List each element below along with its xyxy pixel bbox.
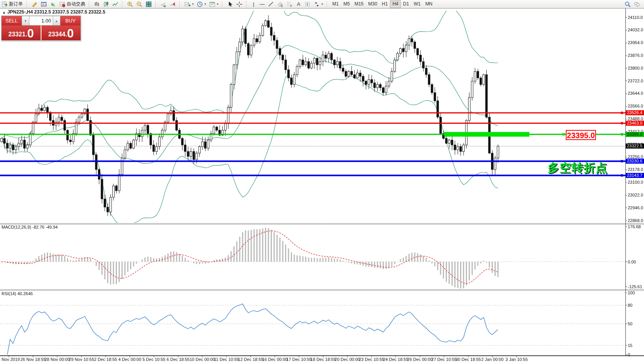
new-order-button[interactable]: 新订单	[0, 0, 24, 8]
toolbar-separator	[122, 1, 124, 7]
autotrading-label: 自动交易	[67, 1, 85, 7]
volume-input[interactable]	[29, 16, 53, 26]
chart-shift-button[interactable]	[168, 0, 177, 8]
bar-chart-icon	[94, 1, 100, 7]
sell-price-main: 23321	[8, 29, 26, 39]
zoom-out-button[interactable]	[135, 0, 144, 8]
text-tool[interactable]: A	[294, 0, 303, 8]
zoom-in-button[interactable]	[125, 0, 135, 8]
zoom-in-icon	[127, 1, 133, 7]
cursor-button[interactable]	[225, 0, 235, 8]
timeframe-M5[interactable]: M5	[341, 0, 352, 7]
macd-label: MACD(12,26,9) -82.76 -49.94	[2, 225, 58, 229]
timeframe-M15[interactable]: M15	[352, 0, 366, 7]
vertical-line-icon: |	[251, 1, 256, 7]
timeframe-H1[interactable]: H1	[380, 0, 390, 7]
autotrading-icon	[59, 1, 65, 7]
rsi-scale-label: 80	[628, 303, 644, 308]
periods-button[interactable]: ▾	[195, 0, 208, 8]
crosshair-button[interactable]	[235, 0, 244, 8]
svg-text:F: F	[290, 5, 292, 7]
y-axis-label: 23566.0	[628, 104, 644, 108]
label-tool[interactable]: T	[303, 0, 312, 8]
auto-scroll-icon	[160, 1, 167, 7]
y-axis-label: 23876.0	[628, 53, 644, 58]
macd-scale-label: -125.61	[628, 284, 644, 289]
channel-icon: E	[277, 1, 283, 7]
indicators-button[interactable]: ▾	[183, 0, 195, 8]
vertical-line-tool[interactable]: |	[249, 0, 258, 8]
trading-terminal: 新订单 自动交易 ▾ ▾ ▾ | — E F A T	[0, 0, 644, 364]
text-icon: A	[296, 1, 301, 7]
templates-button[interactable]: ▾	[208, 0, 220, 8]
spinner-up-icon: ▴	[56, 19, 58, 23]
chat-icon	[634, 1, 640, 7]
pencil-button[interactable]	[30, 0, 39, 8]
x-axis-label: 2 Jan 00:00	[481, 357, 504, 362]
candlestick-chart-button[interactable]	[101, 0, 111, 8]
timeframe-M1[interactable]: M1	[330, 0, 341, 7]
channel-tool[interactable]: E	[276, 0, 285, 8]
x-axis-label: 11 Dec 10:55	[214, 357, 239, 362]
rsi-scale-label: 50	[628, 321, 644, 326]
sell-price-display[interactable]: 23321.0	[2, 26, 41, 40]
tile-windows-icon	[146, 1, 152, 7]
x-axis-label: 23 Dec 10:55	[359, 357, 384, 362]
turning-point-annotation[interactable]: 多空转折点	[548, 160, 608, 176]
line-chart-button[interactable]	[111, 0, 120, 8]
chat-button[interactable]	[632, 0, 642, 8]
price-tag: 23230.6	[626, 159, 644, 164]
x-axis-label: 29 Nov 10:55	[69, 357, 94, 362]
autotrading-button[interactable]: 自动交易	[58, 0, 87, 8]
price-tag: 23143.7	[626, 173, 644, 178]
sell-button[interactable]: SELL	[2, 16, 22, 26]
horizontal-line-tool[interactable]: —	[258, 0, 266, 8]
price-callout-box[interactable]: 23395.0	[566, 130, 596, 140]
toolbar-separator	[89, 1, 91, 7]
auto-scroll-button[interactable]	[159, 0, 168, 8]
search-icon	[625, 1, 631, 7]
price-tag: 23463.0	[626, 121, 644, 126]
cursor-icon	[227, 1, 233, 7]
timeframe-D1[interactable]: D1	[401, 0, 411, 7]
new-order-label: 新订单	[9, 1, 23, 7]
buy-price-display[interactable]: 23344.0	[41, 26, 81, 40]
volume-increase-button[interactable]: ▴	[53, 16, 60, 26]
x-axis-label: 18 Dec 18:55	[311, 357, 336, 362]
x-axis-label: 6 Dec 18:55	[167, 357, 189, 362]
timeframe-W1[interactable]: W1	[411, 0, 423, 7]
toolbar-separator	[155, 1, 158, 7]
fibonacci-tool[interactable]: F	[285, 0, 294, 8]
trendline-tool[interactable]	[266, 0, 276, 8]
timeframe-H4[interactable]: H4	[390, 0, 400, 8]
x-axis-label: 30 Dec 18:55	[455, 357, 481, 362]
x-axis-label: 28 Nov 00:00	[45, 357, 70, 362]
tile-windows-button[interactable]	[144, 0, 153, 8]
spinner-down-icon: ▾	[25, 19, 27, 23]
timeframe-M30[interactable]: M30	[366, 0, 380, 7]
arrows-tool[interactable]: ▾	[312, 0, 325, 8]
buy-button[interactable]: BUY	[60, 16, 81, 26]
buy-price-main: 23344	[48, 29, 65, 39]
toolbar-separator	[222, 1, 224, 7]
search-button[interactable]	[623, 0, 632, 8]
clock-icon	[197, 1, 203, 7]
y-axis-label: 24110.0	[628, 15, 644, 20]
macd-scale-label: 176.68	[628, 224, 644, 229]
signal-icon	[50, 1, 56, 7]
x-axis-label: 10 Dec 00:00	[190, 357, 215, 362]
current-price-tag: 23322.5	[626, 144, 644, 149]
bar-chart-button[interactable]	[92, 0, 101, 8]
chart-canvas[interactable]	[0, 0, 644, 364]
timeframe-MN[interactable]: MN	[423, 0, 435, 7]
charts-window-button[interactable]	[39, 0, 48, 8]
collapse-icon[interactable]: ▲	[2, 10, 6, 14]
svg-text:T: T	[306, 2, 309, 6]
rsi-label: RSI(14) 40.2646	[2, 291, 33, 296]
y-axis-label: 23800.0	[628, 66, 644, 70]
dropdown-arrow-icon: ▾	[204, 2, 206, 6]
toolbar-separator	[26, 1, 29, 7]
signals-button[interactable]	[48, 0, 58, 8]
volume-decrease-button[interactable]: ▾	[22, 16, 29, 26]
zoom-out-icon	[136, 1, 143, 7]
